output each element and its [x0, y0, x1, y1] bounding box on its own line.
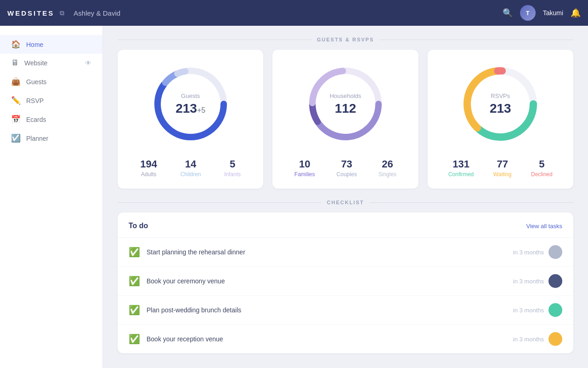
checklist-header: To do View all tasks	[118, 213, 573, 238]
wedding-name: Ashley & David	[74, 9, 502, 17]
rsvps-stats-row: 131 Confirmed 77 Waiting 5 Declined	[439, 158, 562, 178]
username: Takumi	[543, 9, 563, 17]
website-icon: 🖥	[11, 58, 19, 68]
topnav-right: 🔍 T Takumi 🔔	[503, 5, 581, 21]
stat-couples-number: 73	[337, 158, 357, 170]
sidebar-item-rsvp[interactable]: ✏️ RSVP	[0, 91, 102, 110]
guests-card-number: 213+5	[175, 101, 205, 116]
stat-children-label: Children	[181, 171, 201, 178]
checklist-item: ✅ Plan post-wedding brunch details in 3 …	[118, 296, 573, 325]
rsvps-card: RSVPs 213 131 Confirmed 77 Waiting 5	[428, 50, 573, 189]
stat-adults-label: Adults	[140, 171, 157, 178]
stat-infants: 5 Infants	[224, 158, 241, 178]
stat-declined-label: Declined	[531, 171, 553, 178]
stat-singles: 26 Singles	[379, 158, 396, 178]
checklist-item: ✅ Book your reception venue in 3 months	[118, 325, 573, 353]
avatar	[548, 303, 562, 317]
stat-adults-number: 194	[140, 158, 157, 170]
stat-adults: 194 Adults	[140, 158, 157, 178]
avatar	[548, 274, 562, 288]
sidebar-item-label: Ecards	[26, 116, 46, 123]
stat-singles-label: Singles	[379, 171, 396, 178]
checklist-due: in 3 months	[513, 307, 544, 314]
guests-rsvps-title: GUESTS & RSVPS	[317, 37, 374, 42]
stat-confirmed-label: Confirmed	[448, 171, 474, 178]
stat-children: 14 Children	[181, 158, 201, 178]
stat-confirmed-number: 131	[448, 158, 474, 170]
sidebar-item-home[interactable]: 🏠 Home	[0, 35, 102, 54]
top-navigation: WEDSITES ⧉ Ashley & David 🔍 T Takumi 🔔	[0, 0, 588, 26]
avatar	[548, 245, 562, 259]
checklist-item-right: in 3 months	[513, 245, 562, 259]
planner-icon: ☑️	[11, 133, 21, 143]
stat-families-number: 10	[294, 158, 315, 170]
guests-donut: Guests 213+5	[149, 63, 232, 145]
checklist-item-text: Plan post-wedding brunch details	[147, 306, 507, 314]
households-donut: Households 112	[304, 63, 387, 145]
eye-icon[interactable]: 👁	[85, 59, 91, 67]
view-all-tasks-button[interactable]: View all tasks	[526, 223, 562, 230]
sidebar: 🏠 Home 🖥 Website 👁 👜 Guests ✏️ RSVP 📅 Ec…	[0, 26, 103, 368]
avatar: T	[520, 5, 536, 21]
rsvp-icon: ✏️	[11, 96, 21, 105]
checklist-item-right: in 3 months	[513, 274, 562, 288]
households-card-title: Households	[330, 92, 362, 99]
rsvps-card-number: 213	[490, 101, 511, 116]
guests-stats-row: 194 Adults 14 Children 5 Infants	[129, 158, 252, 178]
stat-infants-number: 5	[224, 158, 241, 170]
stat-declined: 5 Declined	[531, 158, 553, 178]
sidebar-item-planner[interactable]: ☑️ Planner	[0, 129, 102, 148]
sidebar-item-label: Guests	[26, 78, 46, 86]
households-card-number: 112	[330, 101, 362, 116]
stat-couples-label: Couples	[337, 171, 357, 178]
check-circle-icon: ✅	[129, 247, 140, 258]
checklist-title: CHECKLIST	[327, 200, 364, 205]
sidebar-item-website[interactable]: 🖥 Website 👁	[0, 54, 102, 72]
households-stats-row: 10 Families 73 Couples 26 Singles	[283, 158, 407, 178]
stat-children-number: 14	[181, 158, 201, 170]
guests-card-title: Guests	[175, 92, 205, 99]
sidebar-item-label: Planner	[26, 135, 48, 142]
cards-row: Guests 213+5 194 Adults 14 Children	[118, 50, 573, 189]
checklist-item-right: in 3 months	[513, 303, 562, 317]
home-icon: 🏠	[11, 40, 21, 49]
checklist-item-text: Start planning the rehearsal dinner	[147, 248, 507, 256]
check-circle-icon: ✅	[129, 334, 140, 345]
copy-icon[interactable]: ⧉	[60, 9, 64, 17]
rsvps-donut-label: RSVPs 213	[490, 92, 511, 116]
sidebar-item-label: RSVP	[26, 97, 44, 104]
checklist-item-right: in 3 months	[513, 332, 562, 346]
stat-couples: 73 Couples	[337, 158, 357, 178]
sidebar-item-ecards[interactable]: 📅 Ecards	[0, 110, 102, 129]
rsvps-card-title: RSVPs	[490, 92, 511, 99]
checklist-item: ✅ Book your ceremony venue in 3 months	[118, 267, 573, 296]
checklist-item-text: Book your ceremony venue	[147, 277, 507, 285]
stat-waiting-label: Waiting	[493, 171, 512, 178]
stat-declined-number: 5	[531, 158, 553, 170]
ecards-icon: 📅	[11, 115, 21, 124]
logo: WEDSITES	[7, 9, 54, 17]
guests-card: Guests 213+5 194 Adults 14 Children	[118, 50, 263, 189]
sidebar-item-label: Home	[26, 41, 43, 48]
main-content: GUESTS & RSVPS G	[103, 26, 588, 368]
layout: 🏠 Home 🖥 Website 👁 👜 Guests ✏️ RSVP 📅 Ec…	[0, 26, 588, 368]
notification-bell-icon[interactable]: 🔔	[571, 8, 581, 18]
checklist-header-title: To do	[129, 222, 148, 230]
guests-rsvps-section-header: GUESTS & RSVPS	[118, 37, 573, 42]
stat-waiting: 77 Waiting	[493, 158, 512, 178]
stat-infants-label: Infants	[224, 171, 241, 178]
guests-icon: 👜	[11, 77, 21, 86]
rsvps-donut: RSVPs 213	[459, 63, 542, 145]
households-donut-label: Households 112	[330, 92, 362, 116]
avatar	[548, 332, 562, 346]
checklist-section: To do View all tasks ✅ Start planning th…	[118, 213, 573, 353]
search-icon[interactable]: 🔍	[503, 8, 513, 18]
guests-donut-label: Guests 213+5	[175, 92, 205, 116]
check-circle-icon: ✅	[129, 305, 140, 316]
stat-families-label: Families	[294, 171, 315, 178]
sidebar-item-guests[interactable]: 👜 Guests	[0, 72, 102, 91]
stat-singles-number: 26	[379, 158, 396, 170]
checklist-item: ✅ Start planning the rehearsal dinner in…	[118, 238, 573, 267]
checklist-due: in 3 months	[513, 249, 544, 256]
households-card: Households 112 10 Families 73 Couples 26	[272, 50, 418, 189]
